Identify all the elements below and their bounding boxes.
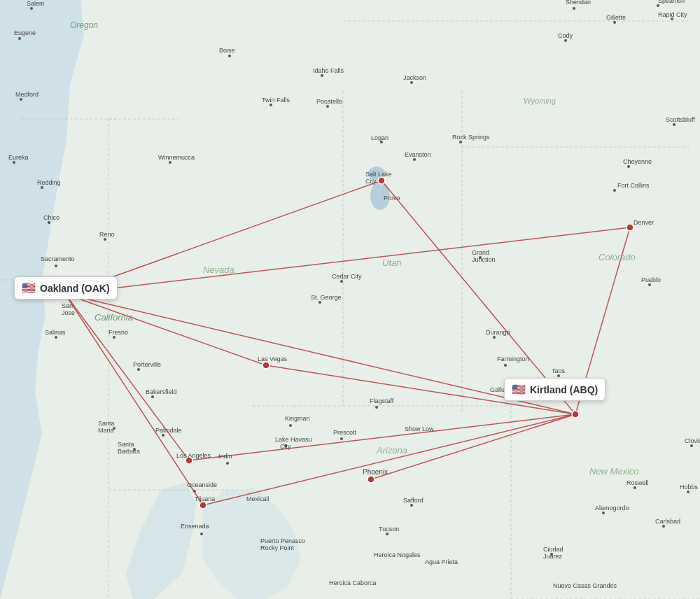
svg-point-83	[226, 462, 229, 465]
svg-point-85	[378, 177, 385, 184]
svg-text:Reno: Reno	[99, 231, 115, 238]
svg-text:Santa: Santa	[98, 420, 115, 427]
svg-text:Evanston: Evanston	[405, 151, 431, 158]
svg-text:Salem: Salem	[27, 0, 45, 7]
svg-text:Prescott: Prescott	[333, 429, 357, 436]
svg-text:Farmington: Farmington	[497, 355, 529, 362]
svg-text:Boise: Boise	[219, 47, 235, 54]
abq-flag: 🇺🇸	[512, 383, 526, 396]
svg-text:California: California	[94, 312, 133, 323]
svg-point-65	[613, 189, 616, 192]
svg-text:Redding: Redding	[37, 179, 61, 186]
svg-text:Winnemucca: Winnemucca	[158, 154, 195, 161]
svg-text:St. George: St. George	[311, 294, 342, 301]
svg-point-61	[493, 336, 496, 339]
svg-text:Los Angeles: Los Angeles	[176, 452, 211, 459]
svg-text:Oceanside: Oceanside	[187, 481, 217, 488]
svg-point-81	[375, 406, 378, 409]
abq-name: Kirtland (ABQ)	[530, 384, 598, 395]
svg-point-31	[20, 98, 22, 101]
svg-text:San: San	[62, 302, 73, 309]
svg-point-79	[289, 424, 292, 427]
svg-point-30	[18, 37, 21, 40]
svg-point-47	[270, 104, 272, 106]
svg-point-71	[662, 525, 665, 528]
svg-text:Juárez: Juárez	[543, 553, 563, 560]
svg-point-29	[30, 7, 33, 10]
svg-text:Sheridan: Sheridan	[566, 0, 591, 6]
svg-text:Taos: Taos	[552, 367, 566, 374]
svg-point-48	[169, 161, 172, 164]
svg-point-34	[48, 221, 50, 224]
svg-text:Provo: Provo	[384, 195, 400, 202]
svg-text:Show Low: Show Low	[405, 425, 434, 432]
svg-point-62	[504, 364, 507, 367]
svg-text:Jackson: Jackson	[403, 74, 426, 81]
svg-point-50	[326, 105, 329, 108]
svg-text:Gillette: Gillette	[606, 14, 626, 21]
svg-text:Indio: Indio	[218, 453, 232, 460]
svg-point-45	[200, 533, 203, 535]
svg-text:Medford: Medford	[15, 91, 38, 98]
svg-text:Durango: Durango	[486, 329, 510, 336]
svg-point-38	[113, 336, 115, 339]
svg-point-64	[557, 374, 560, 377]
svg-text:Cedar City: Cedar City	[332, 273, 362, 280]
svg-text:Scottsbluff: Scottsbluff	[666, 116, 695, 123]
svg-text:Salt Lake: Salt Lake	[365, 171, 392, 178]
svg-text:Salinas: Salinas	[45, 329, 66, 336]
svg-text:Spearfish: Spearfish	[658, 0, 685, 4]
svg-text:Roswell: Roswell	[626, 479, 649, 486]
svg-point-33	[41, 186, 43, 189]
svg-point-51	[410, 81, 413, 84]
svg-point-77	[318, 301, 321, 304]
svg-text:Alamogordo: Alamogordo	[595, 505, 629, 512]
svg-text:Rapid City: Rapid City	[658, 11, 687, 18]
svg-point-57	[564, 39, 567, 42]
svg-point-49	[321, 74, 323, 77]
svg-text:Colorado: Colorado	[598, 252, 636, 262]
svg-text:Cody: Cody	[558, 32, 573, 39]
svg-text:Agua Prieta: Agua Prieta	[425, 558, 458, 565]
svg-text:Eureka: Eureka	[8, 154, 29, 161]
svg-point-40	[151, 395, 154, 398]
svg-text:Nuevo Casas Grandes: Nuevo Casas Grandes	[553, 582, 617, 589]
oak-name: Oakland (OAK)	[40, 283, 110, 294]
svg-text:Ciudad: Ciudad	[543, 546, 564, 553]
svg-text:Las Vegas: Las Vegas	[258, 355, 288, 362]
svg-text:City: City	[280, 443, 291, 450]
svg-text:Barbara: Barbara	[118, 448, 140, 455]
abq-airport-label: 🇺🇸 Kirtland (ABQ)	[504, 378, 606, 401]
map-container: Salem Eugene Medford Eureka Redding Chic…	[0, 0, 700, 599]
svg-text:Logan: Logan	[371, 134, 388, 141]
svg-text:Porterville: Porterville	[133, 361, 161, 368]
svg-point-35	[55, 265, 57, 267]
svg-point-70	[602, 512, 605, 514]
svg-text:City: City	[365, 178, 377, 185]
svg-text:Idaho Falls: Idaho Falls	[313, 67, 344, 74]
svg-point-75	[386, 533, 388, 535]
svg-point-68	[648, 283, 651, 286]
svg-text:Kingman: Kingman	[285, 415, 310, 422]
svg-text:Rocky Point: Rocky Point	[260, 544, 295, 551]
svg-point-86	[626, 224, 634, 231]
svg-text:Santa: Santa	[118, 441, 134, 448]
svg-point-87	[262, 362, 270, 369]
svg-text:Jose: Jose	[62, 309, 75, 316]
svg-point-32	[13, 161, 15, 164]
svg-text:Lake Havasu: Lake Havasu	[275, 436, 312, 443]
svg-text:Nevada: Nevada	[203, 265, 234, 275]
svg-point-46	[228, 55, 231, 57]
svg-text:Heroica Caborca: Heroica Caborca	[329, 579, 377, 586]
svg-text:New Mexico: New Mexico	[589, 466, 639, 477]
svg-text:Maria: Maria	[98, 427, 114, 434]
svg-text:Rock Springs: Rock Springs	[452, 134, 490, 141]
svg-point-78	[340, 280, 343, 283]
svg-text:Chico: Chico	[43, 214, 59, 221]
svg-point-39	[137, 368, 140, 371]
svg-text:Heroica Nogales: Heroica Nogales	[374, 551, 421, 558]
oakland-airport-label: 🇺🇸 Oakland (OAK)	[14, 276, 118, 300]
svg-point-74	[410, 504, 413, 507]
svg-text:Phoenix: Phoenix	[363, 468, 388, 476]
svg-point-73	[690, 444, 693, 447]
